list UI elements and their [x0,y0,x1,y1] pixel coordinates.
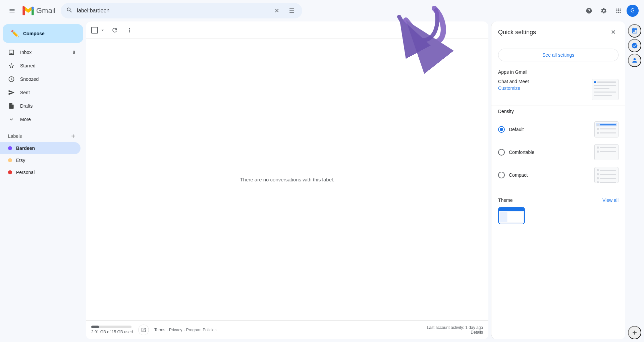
compose-label: Compose [23,31,45,36]
search-icon [66,7,73,15]
density-section: Density Default [491,106,625,192]
etsy-label: Etsy [16,158,25,163]
select-dropdown-button[interactable] [99,26,107,34]
content-area: There are no conversations with this lab… [86,21,488,339]
compose-button[interactable]: ✏️ Compose [3,24,83,43]
quick-settings-header: Quick settings ✕ [491,21,625,43]
quick-settings-title: Quick settings [498,29,536,36]
theme-view-all-link[interactable]: View all [602,197,619,203]
theme-title: Theme [498,197,513,203]
gmail-logo: Gmail [21,4,55,17]
compose-icon: ✏️ [11,30,19,38]
sidebar-label-personal[interactable]: Personal [0,166,80,178]
customize-link[interactable]: Customize [498,86,529,91]
sidebar: ✏️ Compose Inbox 8 Starred [0,21,86,342]
terms-link[interactable]: Terms [154,328,165,332]
density-compact-preview [594,167,619,183]
activity-text: Last account activity: 1 day ago [427,325,483,330]
email-footer: 2.91 GB of 15 GB used Terms · Privacy · … [86,320,488,339]
sidebar-label-bardeen[interactable]: Bardeen [0,142,80,154]
density-comfortable-label: Comfortable [509,150,590,155]
sidebar-item-more[interactable]: More [0,113,80,126]
search-clear-button[interactable]: ✕ [271,5,282,16]
help-button[interactable] [582,4,596,17]
labels-add-button[interactable]: + [68,131,78,141]
density-title: Density [498,109,619,114]
apps-button[interactable] [612,4,625,17]
storage-info: 2.91 GB of 15 GB used [91,326,133,334]
search-input[interactable]: label:bardeen [77,8,267,14]
apps-preview [592,79,619,100]
topbar-right: G [582,4,639,17]
theme-header: Theme View all [498,197,619,203]
storage-text: 2.91 GB of 15 GB used [91,330,133,334]
storage-bar-fill [91,326,99,328]
search-filter-button[interactable] [286,5,297,16]
theme-section: Theme View all [491,192,625,230]
density-option-default[interactable]: Default [498,118,619,141]
labels-header: Labels + [0,129,86,142]
open-storage-button[interactable] [138,325,149,335]
sidebar-item-snoozed[interactable]: Snoozed [0,72,80,86]
last-activity: Last account activity: 1 day ago Details [427,325,483,335]
email-empty-message: There are no conversations with this lab… [86,39,488,320]
density-option-comfortable[interactable]: Comfortable [498,141,619,164]
right-sidebar [625,21,644,342]
drafts-label: Drafts [20,103,75,109]
sidebar-item-starred[interactable]: Starred [0,59,80,72]
etsy-dot [8,158,12,162]
bardeen-dot [8,146,12,150]
calendar-sidebar-icon[interactable] [628,24,641,38]
more-label: More [20,117,75,122]
density-option-compact[interactable]: Compact [498,164,619,186]
density-default-label: Default [509,127,590,132]
apps-row: Chat and Meet Customize [498,79,619,100]
refresh-button[interactable] [108,23,121,37]
hamburger-button[interactable] [5,4,19,17]
user-avatar[interactable]: G [627,5,639,17]
apps-label: Chat and Meet [498,79,529,84]
inbox-badge: 8 [73,50,75,55]
add-sidebar-button[interactable] [628,326,641,339]
settings-button[interactable] [597,4,610,17]
snoozed-label: Snoozed [20,76,75,82]
apps-section: Apps in Gmail Chat and Meet Customize [491,67,625,106]
topbar: Gmail label:bardeen ✕ [0,0,644,21]
program-policies-link[interactable]: Program Policies [186,328,217,332]
quick-settings-close-button[interactable]: ✕ [608,27,619,38]
density-comfortable-radio[interactable] [498,149,505,156]
email-toolbar [86,21,488,39]
main-layout: ✏️ Compose Inbox 8 Starred [0,21,644,342]
quick-settings-panel: Quick settings ✕ See all settings Apps i… [491,21,625,339]
starred-label: Starred [20,63,75,68]
search-bar: label:bardeen ✕ [61,3,302,18]
select-all-checkbox[interactable] [91,27,98,34]
labels-section: Labels + Bardeen Etsy Personal [0,126,86,181]
sidebar-label-etsy[interactable]: Etsy [0,154,80,166]
more-options-button[interactable] [123,23,136,37]
sidebar-item-inbox[interactable]: Inbox 8 [0,46,80,59]
sent-icon [8,89,15,96]
gmail-logo-text: Gmail [36,6,55,15]
personal-dot [8,170,12,174]
bardeen-label: Bardeen [16,146,35,151]
density-compact-radio[interactable] [498,172,505,178]
sidebar-item-drafts[interactable]: Drafts [0,99,80,113]
inbox-icon [8,49,15,56]
sidebar-item-sent[interactable]: Sent [0,86,80,99]
footer-links: Terms · Privacy · Program Policies [154,328,216,332]
theme-preview[interactable] [498,207,525,224]
density-default-radio[interactable] [498,126,505,133]
empty-message-text: There are no conversations with this lab… [240,177,334,182]
inbox-label: Inbox [20,50,67,55]
see-all-settings-button[interactable]: See all settings [498,49,619,61]
details-link[interactable]: Details [471,330,483,335]
snoozed-icon [8,76,15,82]
privacy-link[interactable]: Privacy [169,328,182,332]
tasks-sidebar-icon[interactable] [628,39,641,52]
density-comfortable-preview [594,144,619,160]
drafts-icon [8,103,15,109]
contacts-sidebar-icon[interactable] [628,54,641,67]
density-compact-label: Compact [509,172,590,178]
labels-title: Labels [8,133,22,139]
